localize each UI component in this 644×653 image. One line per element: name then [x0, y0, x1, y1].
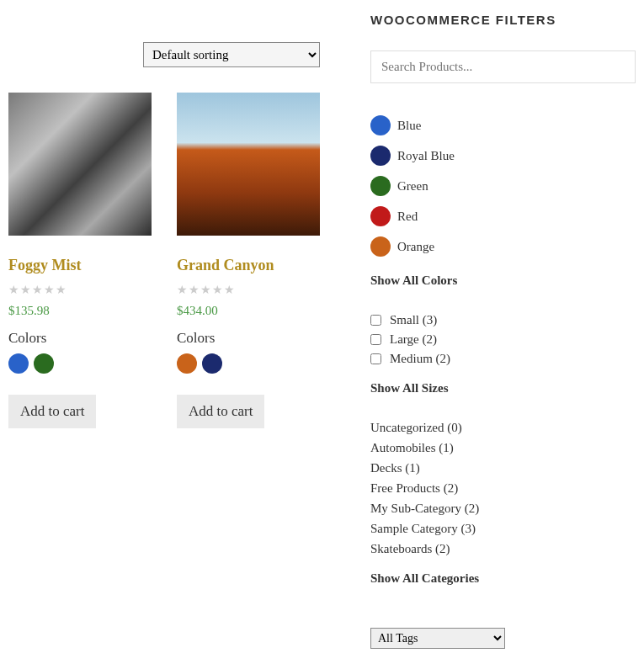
color-filter-item[interactable]: Blue: [370, 115, 636, 135]
filters-sidebar: WOOCOMMERCE FILTERS Blue Royal Blue Gree…: [370, 8, 636, 649]
color-filter-item[interactable]: Royal Blue: [370, 146, 636, 166]
color-filter-label: Royal Blue: [397, 149, 455, 163]
colors-label: Colors: [8, 330, 152, 347]
star-icon: ★: [56, 283, 67, 297]
product-listing: Default sorting Foggy Mist ★ ★ ★ ★ ★ $13…: [8, 8, 320, 649]
category-item[interactable]: Free Products (2): [370, 481, 636, 496]
color-filter-label: Blue: [397, 119, 421, 133]
category-item[interactable]: Uncategorized (0): [370, 421, 636, 435]
products-grid: Foggy Mist ★ ★ ★ ★ ★ $135.98 Colors Add …: [8, 93, 320, 428]
sorting-row: Default sorting: [8, 42, 320, 67]
product-price: $135.98: [8, 304, 152, 318]
sidebar-heading: WOOCOMMERCE FILTERS: [370, 13, 636, 27]
size-filter-list: Small (3) Large (2) Medium (2): [370, 313, 636, 366]
category-item[interactable]: Sample Category (3): [370, 522, 636, 536]
search-input[interactable]: [370, 50, 636, 83]
star-icon: ★: [189, 283, 200, 297]
color-filter-label: Red: [397, 210, 418, 224]
show-all-sizes[interactable]: Show All Sizes: [370, 381, 636, 396]
size-filter-label: Small (3): [390, 313, 437, 327]
category-item[interactable]: Automobiles (1): [370, 441, 636, 455]
star-icon: ★: [8, 283, 19, 297]
category-item[interactable]: Skateboards (2): [370, 542, 636, 556]
category-item[interactable]: Decks (1): [370, 461, 636, 475]
color-dot-icon: [370, 176, 391, 196]
rating-stars: ★ ★ ★ ★ ★: [8, 283, 152, 297]
product-price: $434.00: [177, 304, 320, 318]
color-filter-item[interactable]: Orange: [370, 236, 636, 257]
swatches: [177, 353, 320, 374]
size-checkbox[interactable]: [370, 334, 381, 345]
color-filter-item[interactable]: Red: [370, 206, 636, 226]
star-icon: ★: [200, 283, 211, 297]
swatch-royal-blue[interactable]: [202, 353, 222, 374]
show-all-categories[interactable]: Show All Categories: [370, 571, 636, 586]
size-filter-label: Medium (2): [390, 352, 450, 366]
color-dot-icon: [370, 236, 391, 257]
size-filter-item[interactable]: Large (2): [370, 332, 636, 347]
star-icon: ★: [177, 283, 188, 297]
rating-stars: ★ ★ ★ ★ ★: [177, 283, 320, 297]
color-filter-list: Blue Royal Blue Green Red Orange: [370, 115, 636, 257]
star-icon: ★: [212, 283, 223, 297]
show-all-colors[interactable]: Show All Colors: [370, 273, 636, 288]
star-icon: ★: [32, 283, 43, 297]
star-icon: ★: [224, 283, 235, 297]
colors-label: Colors: [177, 330, 320, 347]
size-checkbox[interactable]: [370, 315, 381, 326]
color-filter-item[interactable]: Green: [370, 176, 636, 196]
swatches: [8, 353, 152, 374]
swatch-orange[interactable]: [177, 353, 197, 374]
product-card[interactable]: Foggy Mist ★ ★ ★ ★ ★ $135.98 Colors Add …: [8, 93, 152, 428]
size-checkbox[interactable]: [370, 353, 381, 364]
color-dot-icon: [370, 115, 391, 135]
category-item[interactable]: My Sub-Category (2): [370, 502, 636, 516]
product-title[interactable]: Foggy Mist: [8, 257, 152, 274]
tags-select[interactable]: All Tags: [370, 628, 505, 649]
add-to-cart-button[interactable]: Add to cart: [177, 395, 264, 428]
sorting-select[interactable]: Default sorting: [143, 42, 320, 67]
add-to-cart-button[interactable]: Add to cart: [8, 395, 96, 428]
swatch-green[interactable]: [34, 353, 54, 374]
product-title[interactable]: Grand Canyon: [177, 257, 320, 274]
star-icon: ★: [20, 283, 31, 297]
category-list: Uncategorized (0) Automobiles (1) Decks …: [370, 421, 636, 556]
color-dot-icon: [370, 146, 391, 166]
size-filter-item[interactable]: Small (3): [370, 313, 636, 327]
product-image[interactable]: [177, 93, 320, 236]
color-filter-label: Orange: [397, 240, 434, 254]
swatch-blue[interactable]: [8, 353, 29, 374]
product-card[interactable]: Grand Canyon ★ ★ ★ ★ ★ $434.00 Colors Ad…: [177, 93, 320, 428]
size-filter-item[interactable]: Medium (2): [370, 352, 636, 366]
color-filter-label: Green: [397, 179, 428, 194]
star-icon: ★: [44, 283, 55, 297]
size-filter-label: Large (2): [390, 332, 437, 347]
color-dot-icon: [370, 206, 391, 226]
product-image[interactable]: [8, 93, 152, 236]
